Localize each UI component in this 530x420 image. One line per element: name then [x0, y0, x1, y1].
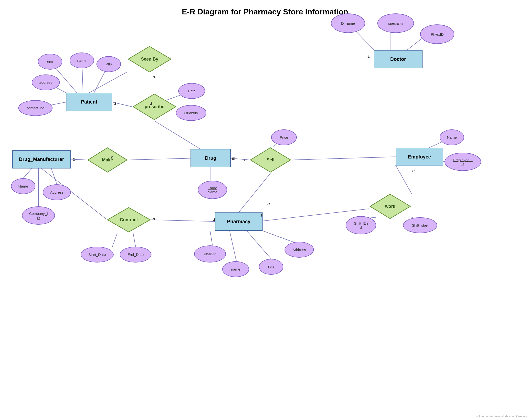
cardinality-n-seenby: n [153, 74, 155, 79]
entity-patient: Patient [66, 93, 112, 111]
attr-name-pharmacy: name [222, 261, 249, 277]
attr-address-mfr: Address [43, 184, 71, 200]
svg-line-11 [154, 121, 200, 149]
cardinality-1-make: 1 [73, 158, 75, 162]
attr-company-id: Company_ID [22, 206, 55, 225]
diagram-title: E-R Diagram for Pharmacy Store Informati… [182, 7, 348, 16]
relationship-prescribe: prescribe [132, 93, 177, 121]
svg-line-25 [396, 165, 412, 194]
entity-employee-label: Employee [408, 154, 431, 160]
attr-address-pharmacy: Address [284, 242, 314, 258]
attr-quantity: Quantity [176, 105, 206, 121]
svg-line-31 [151, 220, 215, 221]
cardinality-n-sell-ph: n [267, 202, 270, 206]
attr-employee-id: Employee_ID [444, 153, 481, 171]
attr-sex: sex [38, 54, 62, 70]
watermark: online diagramming & design | Creately [476, 415, 527, 418]
relationship-prescribe-label: prescribe [145, 104, 164, 109]
attr-start-date: Start_Date [81, 247, 114, 262]
entity-drug-manufacturer: Drug_Manufacturer [12, 150, 71, 169]
cardinality-1: 1 [368, 54, 370, 58]
attr-phar-id: Phar-ID [194, 246, 226, 262]
attr-end-date: End_Date [120, 247, 151, 262]
cardinality-1-contract: 1 [213, 217, 215, 222]
svg-line-35 [230, 231, 236, 261]
svg-line-20 [23, 169, 32, 178]
entity-pharmacy-label: Pharmacy [227, 219, 250, 224]
attr-shift-start: Shift_start [403, 217, 437, 233]
attr-address-patient: address [32, 74, 60, 90]
attr-pid: PID [96, 56, 121, 72]
entity-doctor: Doctor [374, 50, 423, 68]
relationship-contract-label: Contract [120, 217, 138, 222]
entity-drug-mfr-label: Drug_Manufacturer [19, 157, 64, 162]
entity-drug: Drug [191, 149, 231, 167]
diagram-container: E-R Diagram for Pharmacy Store Informati… [0, 0, 530, 420]
svg-line-29 [239, 173, 270, 212]
attr-price: Price [271, 130, 297, 145]
entity-drug-label: Drug [205, 155, 216, 161]
attr-d-name: D_name [331, 14, 365, 33]
relationship-make: Make [87, 146, 128, 173]
attr-name-patient: name [70, 53, 94, 68]
cardinality-n-contract: n [153, 217, 155, 221]
relationship-work-label: work [385, 204, 395, 209]
cardinality-m-sell: m [232, 156, 236, 161]
relationship-contract: Contract [106, 206, 151, 233]
attr-phys-id: Phys.ID [420, 24, 454, 44]
cardinality-n-emp: n [412, 169, 415, 173]
svg-line-21 [51, 169, 57, 184]
attr-trade-name: TradeName [198, 181, 227, 199]
svg-line-34 [210, 231, 212, 246]
cardinality-1-work: 1 [260, 214, 262, 218]
entity-doctor-label: Doctor [390, 57, 406, 62]
relationship-make-label: Make [102, 158, 113, 163]
attr-speciality: speciality [377, 14, 414, 33]
relationship-sell: Sell [249, 146, 292, 173]
svg-line-33 [133, 233, 135, 247]
attr-contact-no: contact_no [18, 100, 53, 116]
cardinality-n-sell: n [244, 158, 247, 162]
svg-line-36 [247, 231, 271, 259]
entity-patient-label: Patient [81, 99, 97, 105]
relationship-work: work [369, 193, 412, 220]
attr-fax: Fax [259, 259, 283, 275]
attr-name-mfr: Name [11, 178, 35, 194]
entity-employee: Employee [396, 148, 443, 166]
cardinality-1-prescribe-left: 1 [114, 101, 117, 106]
entity-pharmacy: Pharmacy [215, 212, 263, 231]
svg-line-4 [89, 72, 127, 93]
attr-date: Date [178, 83, 205, 99]
relationship-seen-by-label: Seen By [141, 57, 158, 62]
relationship-sell-label: Sell [266, 158, 274, 163]
svg-line-15 [128, 158, 191, 160]
svg-line-17 [292, 157, 396, 160]
relationship-seen-by: Seen By [127, 45, 172, 73]
attr-shift-end: Shift_End [346, 216, 376, 234]
attr-name-employee: Name [440, 130, 464, 145]
svg-line-32 [112, 233, 117, 247]
